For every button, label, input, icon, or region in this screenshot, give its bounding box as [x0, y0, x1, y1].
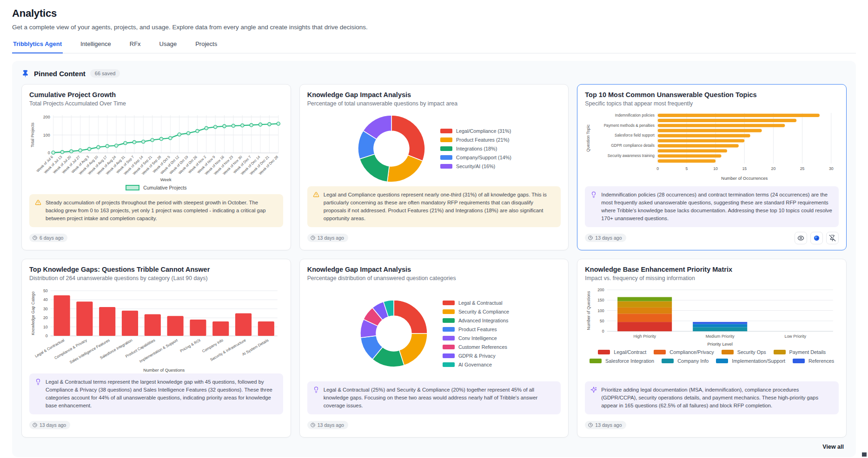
tab-intelligence[interactable]: Intelligence: [80, 38, 112, 53]
legend-item: Security/AI (16%): [440, 164, 511, 169]
legend-swatch: [443, 327, 455, 332]
card-subtitle: Distribution of 264 unanswerable questio…: [29, 275, 283, 281]
category-donut-chart: Legal & ContractualSecurity & Compliance…: [307, 286, 561, 381]
view-button[interactable]: [795, 232, 807, 244]
svg-text:0: 0: [46, 334, 48, 338]
pin-icon: [21, 70, 29, 78]
lightbulb-icon: [313, 386, 319, 410]
card-actions: [795, 232, 839, 244]
impact-donut-chart: Legal/Compliance (31%)Product Features (…: [307, 111, 561, 186]
insight-text: Legal and Compliance questions represent…: [324, 191, 556, 222]
card-footer: 13 days ago: [585, 232, 839, 244]
svg-text:10: 10: [43, 324, 48, 329]
svg-text:Payment methods & penalties: Payment methods & penalties: [604, 124, 655, 128]
timestamp-label: 13 days ago: [40, 422, 66, 428]
timestamp-pill: 13 days ago: [307, 421, 348, 429]
svg-text:5: 5: [686, 166, 688, 171]
view-all-button[interactable]: View all: [820, 443, 847, 451]
card-top-knowledge-gaps[interactable]: Top Knowledge Gaps: Questions Tribble Ca…: [21, 259, 291, 438]
card-top-10-unanswerable-topics[interactable]: Top 10 Most Common Unanswerable Question…: [577, 84, 847, 250]
pinned-content-panel: Pinned Content 66 saved Cumulative Proje…: [12, 61, 856, 457]
svg-text:100: 100: [597, 308, 604, 313]
insight-text: Legal & Contractual terms represent the …: [46, 378, 278, 410]
legend-item: Conv Intelligence: [443, 335, 509, 341]
svg-text:Pricing & ROI: Pricing & ROI: [179, 338, 201, 353]
warning-triangle-icon: [35, 199, 41, 222]
card-title: Cumulative Project Growth: [29, 91, 283, 98]
card-title: Top 10 Most Common Unanswerable Question…: [585, 91, 839, 98]
priority-matrix-legend: Legal/ContractCompliance/PrivacySecurity…: [585, 349, 839, 364]
svg-text:150: 150: [597, 298, 604, 302]
legend-item: Legal & Contractual: [443, 300, 509, 306]
timestamp-pill: 13 days ago: [585, 234, 626, 242]
insight-box: Prioritize adding legal documentation (M…: [585, 381, 839, 414]
legend-item: Payment Details: [774, 349, 826, 355]
svg-text:Number of Questions: Number of Questions: [586, 291, 591, 330]
chart-legend: Cumulative Projects: [29, 185, 283, 190]
svg-text:15: 15: [742, 166, 747, 171]
card-subtitle: Impact vs. frequency of missing informat…: [585, 275, 839, 281]
insight-text: Steady accumulation of projects througho…: [46, 199, 278, 222]
svg-text:10: 10: [714, 166, 718, 171]
pin-off-icon: [829, 235, 836, 242]
insight-text: Legal & Contractual (25%) and Security &…: [324, 386, 556, 410]
tribble-orb-icon: [813, 235, 820, 242]
insight-box: Legal & Contractual (25%) and Security &…: [307, 381, 561, 414]
legend-swatch: [440, 155, 452, 160]
unpin-button[interactable]: [826, 232, 839, 244]
clock-icon: [311, 236, 315, 240]
eye-icon: [797, 235, 804, 242]
legend-swatch: [662, 359, 674, 363]
tab-projects[interactable]: Projects: [194, 38, 218, 53]
svg-text:Week: Week: [160, 177, 172, 182]
timestamp-pill: 13 days ago: [585, 421, 626, 429]
legend-item: Legal/Contract: [598, 349, 646, 355]
svg-text:30: 30: [829, 166, 834, 171]
legend-swatch: [443, 309, 455, 314]
card-subtitle: Specific topics that appear most frequen…: [585, 100, 839, 107]
legend-item: Company/Support (14%): [440, 155, 511, 160]
svg-text:25: 25: [800, 166, 805, 171]
legend-item: Advanced Integrations: [443, 318, 509, 323]
view-all-row: View all: [21, 443, 847, 451]
card-title: Top Knowledge Gaps: Questions Tribble Ca…: [29, 266, 283, 273]
knowledge-gaps-bar-chart: 01020304050Legal & ContractualCompliance…: [29, 285, 283, 373]
timestamp-label: 13 days ago: [318, 422, 344, 428]
svg-text:Sales Intelligence Features: Sales Intelligence Features: [69, 338, 110, 365]
card-knowledge-gap-impact-2[interactable]: Knowledge Gap Impact Analysis Percentage…: [299, 259, 569, 438]
legend-item: Compliance/Privacy: [654, 349, 714, 355]
timestamp-label: 13 days ago: [318, 235, 344, 241]
tab-tribblytics-agent[interactable]: Tribblytics Agent: [12, 38, 63, 53]
legend-swatch: [716, 359, 728, 363]
scrollbar-corner[interactable]: [862, 452, 867, 457]
card-footer: 6 days ago: [29, 232, 283, 244]
insight-text: Indemnification policies (28 occurrences…: [601, 191, 833, 222]
warning-triangle-icon: [313, 191, 319, 222]
card-cumulative-project-growth[interactable]: Cumulative Project Growth Total Projects…: [21, 84, 291, 250]
legend-swatch: [722, 350, 734, 354]
tab-rfx[interactable]: RFx: [129, 38, 142, 53]
svg-text:Company Info: Company Info: [201, 338, 224, 353]
clock-icon: [33, 236, 37, 240]
legend-swatch: [440, 164, 452, 169]
legend-swatch: [440, 137, 452, 142]
svg-text:200: 200: [597, 287, 604, 292]
timestamp-pill: 13 days ago: [29, 421, 70, 429]
legend-label: Cumulative Projects: [143, 185, 186, 190]
legend-item: Salesforce Integration: [590, 358, 654, 364]
svg-text:Number of Questions: Number of Questions: [143, 367, 185, 373]
svg-text:0: 0: [657, 166, 659, 171]
card-footer: 13 days ago: [585, 419, 839, 432]
card-priority-matrix[interactable]: Knowledge Base Enhancement Priority Matr…: [577, 259, 847, 438]
tribble-analyze-button[interactable]: [810, 232, 823, 244]
pinned-cards-grid: Cumulative Project Growth Total Projects…: [21, 84, 847, 438]
card-knowledge-gap-impact-1[interactable]: Knowledge Gap Impact Analysis Percentage…: [299, 84, 569, 250]
tab-usage[interactable]: Usage: [159, 38, 178, 53]
legend-item: Security Ops: [722, 349, 766, 355]
cumulative-project-growth-chart: 0100200Week of Jul 6Week of Jul 13Week o…: [29, 111, 283, 183]
legend-item: References: [793, 358, 834, 364]
page-title: Analytics: [12, 7, 856, 20]
svg-text:Indemnification policies: Indemnification policies: [615, 113, 655, 118]
legend-swatch: [654, 350, 666, 354]
timestamp-label: 13 days ago: [595, 422, 622, 428]
